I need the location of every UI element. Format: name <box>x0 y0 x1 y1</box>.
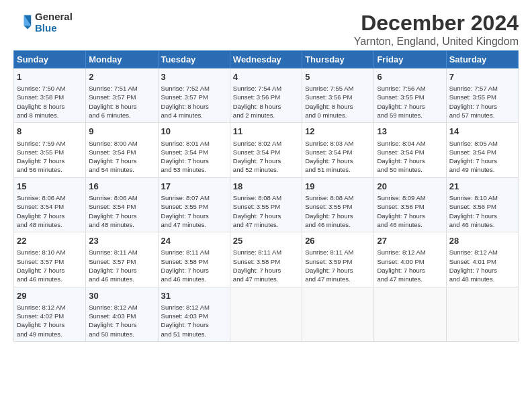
calendar-cell: 10Sunrise: 8:01 AMSunset: 3:54 PMDayligh… <box>158 123 230 177</box>
day-number: 7 <box>449 71 515 83</box>
day-info: Sunrise: 7:56 AM <box>377 84 443 93</box>
calendar-cell: 22Sunrise: 8:10 AMSunset: 3:57 PMDayligh… <box>14 232 86 287</box>
day-info: and 8 minutes. <box>17 111 83 120</box>
day-info: Sunrise: 8:06 AM <box>89 193 154 202</box>
day-number: 12 <box>305 126 371 138</box>
day-number: 22 <box>17 235 83 247</box>
day-info: and 46 minutes. <box>17 275 83 283</box>
day-number: 24 <box>161 235 227 247</box>
day-info: Sunset: 4:02 PM <box>17 312 83 320</box>
day-info: Sunset: 3:55 PM <box>233 202 299 211</box>
week-row-3: 15Sunrise: 8:06 AMSunset: 3:54 PMDayligh… <box>14 177 519 232</box>
header-day-tuesday: Tuesday <box>158 51 230 68</box>
header-day-wednesday: Wednesday <box>230 51 302 68</box>
day-info: and 51 minutes. <box>161 330 227 338</box>
day-info: Daylight: 7 hours <box>17 212 83 220</box>
day-number: 28 <box>449 235 515 247</box>
logo-text: General Blue <box>35 11 73 34</box>
day-info: and 56 minutes. <box>17 165 83 174</box>
calendar-cell: 9Sunrise: 8:00 AMSunset: 3:54 PMDaylight… <box>86 123 158 177</box>
day-info: Daylight: 7 hours <box>377 156 443 165</box>
day-info: Sunset: 3:54 PM <box>305 148 371 156</box>
calendar-cell: 16Sunrise: 8:06 AMSunset: 3:54 PMDayligh… <box>86 177 158 232</box>
day-number: 26 <box>305 235 371 247</box>
day-info: Sunset: 3:55 PM <box>377 93 443 101</box>
day-info: Sunset: 4:03 PM <box>161 312 227 320</box>
day-info: Daylight: 7 hours <box>377 102 443 111</box>
day-info: Sunrise: 8:12 AM <box>449 248 515 257</box>
calendar-cell: 2Sunrise: 7:51 AMSunset: 3:57 PMDaylight… <box>86 68 158 123</box>
day-info: Sunset: 3:56 PM <box>449 202 515 211</box>
week-row-4: 22Sunrise: 8:10 AMSunset: 3:57 PMDayligh… <box>14 232 519 287</box>
day-info: and 48 minutes. <box>89 220 154 229</box>
calendar-cell: 26Sunrise: 8:11 AMSunset: 3:59 PMDayligh… <box>302 232 374 287</box>
day-info: Sunset: 3:55 PM <box>17 148 83 156</box>
day-info: Sunrise: 7:51 AM <box>89 84 154 93</box>
header-day-friday: Friday <box>374 51 446 68</box>
title-area: December 2024 Yarnton, England, United K… <box>354 11 519 48</box>
calendar-table: SundayMondayTuesdayWednesdayThursdayFrid… <box>13 50 519 342</box>
day-number: 14 <box>449 126 515 138</box>
day-info: Sunrise: 8:11 AM <box>161 248 227 257</box>
day-info: Sunset: 3:57 PM <box>89 93 154 101</box>
day-info: Sunrise: 8:02 AM <box>233 139 299 148</box>
day-info: Daylight: 7 hours <box>161 212 227 220</box>
day-number: 30 <box>89 290 154 302</box>
header-row: SundayMondayTuesdayWednesdayThursdayFrid… <box>14 51 519 68</box>
day-info: and 47 minutes. <box>233 275 299 283</box>
day-info: Sunrise: 7:50 AM <box>17 84 83 93</box>
calendar-cell: 30Sunrise: 8:12 AMSunset: 4:03 PMDayligh… <box>86 287 158 341</box>
calendar-cell: 15Sunrise: 8:06 AMSunset: 3:54 PMDayligh… <box>14 177 86 232</box>
week-row-1: 1Sunrise: 7:50 AMSunset: 3:58 PMDaylight… <box>14 68 519 123</box>
logo: General Blue <box>13 11 73 34</box>
day-info: Daylight: 7 hours <box>377 266 443 275</box>
day-number: 23 <box>89 235 154 247</box>
day-number: 9 <box>89 126 154 138</box>
day-number: 19 <box>305 181 371 193</box>
calendar-cell: 24Sunrise: 8:11 AMSunset: 3:58 PMDayligh… <box>158 232 230 287</box>
calendar-cell: 8Sunrise: 7:59 AMSunset: 3:55 PMDaylight… <box>14 123 86 177</box>
calendar-cell: 29Sunrise: 8:12 AMSunset: 4:02 PMDayligh… <box>14 287 86 341</box>
day-info: and 52 minutes. <box>233 165 299 174</box>
day-info: and 46 minutes. <box>449 220 515 229</box>
day-info: Daylight: 7 hours <box>449 212 515 220</box>
day-info: and 47 minutes. <box>161 220 227 229</box>
day-info: Sunset: 3:54 PM <box>17 202 83 211</box>
day-number: 25 <box>233 235 299 247</box>
day-info: Sunset: 3:56 PM <box>233 93 299 101</box>
day-info: Sunrise: 8:10 AM <box>17 248 83 257</box>
day-info: Daylight: 7 hours <box>89 320 154 329</box>
calendar-cell: 28Sunrise: 8:12 AMSunset: 4:01 PMDayligh… <box>446 232 518 287</box>
calendar-cell: 13Sunrise: 8:04 AMSunset: 3:54 PMDayligh… <box>374 123 446 177</box>
day-info: and 47 minutes. <box>233 220 299 229</box>
calendar-cell: 7Sunrise: 7:57 AMSunset: 3:55 PMDaylight… <box>446 68 518 123</box>
day-info: Sunset: 4:00 PM <box>377 257 443 266</box>
day-info: Sunset: 3:58 PM <box>161 257 227 266</box>
day-number: 11 <box>233 126 299 138</box>
day-number: 16 <box>89 181 154 193</box>
calendar-cell: 25Sunrise: 8:11 AMSunset: 3:58 PMDayligh… <box>230 232 302 287</box>
day-info: and 2 minutes. <box>233 111 299 120</box>
calendar-cell <box>230 287 302 341</box>
day-info: Sunset: 3:57 PM <box>17 257 83 266</box>
day-info: Sunrise: 8:10 AM <box>449 193 515 202</box>
day-info: Daylight: 7 hours <box>17 320 83 329</box>
main-title: December 2024 <box>354 11 519 36</box>
day-number: 27 <box>377 235 443 247</box>
day-info: and 46 minutes. <box>305 220 371 229</box>
day-info: Sunset: 3:54 PM <box>89 148 154 156</box>
day-info: Sunrise: 7:55 AM <box>305 84 371 93</box>
day-info: Daylight: 7 hours <box>233 266 299 275</box>
day-number: 20 <box>377 181 443 193</box>
day-info: Daylight: 8 hours <box>233 102 299 111</box>
day-info: Sunrise: 8:04 AM <box>377 139 443 148</box>
day-number: 31 <box>161 290 227 302</box>
day-info: and 48 minutes. <box>449 275 515 283</box>
header-day-thursday: Thursday <box>302 51 374 68</box>
day-info: Daylight: 7 hours <box>449 266 515 275</box>
day-info: Sunrise: 8:00 AM <box>89 139 154 148</box>
day-info: Daylight: 7 hours <box>377 212 443 220</box>
calendar-cell <box>446 287 518 341</box>
day-info: Sunset: 3:54 PM <box>89 202 154 211</box>
day-info: Sunrise: 8:06 AM <box>17 193 83 202</box>
